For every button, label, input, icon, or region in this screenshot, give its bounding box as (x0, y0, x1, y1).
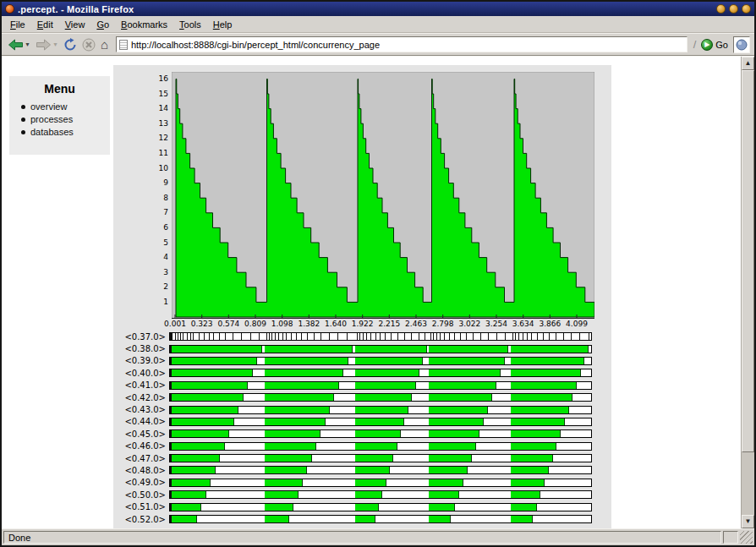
go-arrow-icon: ▶ (701, 39, 713, 51)
x-tick-label: 1.640 (325, 320, 347, 328)
status-separator (723, 531, 738, 544)
menu-help[interactable]: Help (207, 18, 238, 31)
forward-button[interactable]: ▼ (34, 37, 60, 52)
bullet-icon (21, 130, 25, 134)
y-tick-label: 12 (113, 134, 168, 142)
forward-dropdown-icon[interactable]: ▼ (52, 41, 58, 47)
menu-title: Menu (16, 82, 103, 96)
resize-grip[interactable] (740, 531, 753, 544)
process-activity-bar (169, 515, 592, 523)
x-tick-label: 2.463 (405, 320, 427, 328)
y-tick-label: 4 (113, 253, 168, 261)
title-bar[interactable]: .percept. - Mozilla Firefox (2, 2, 754, 16)
x-tick-label: 1.098 (271, 320, 293, 328)
x-tick-label: 2.215 (378, 320, 400, 328)
process-label: <0.48.0> (113, 466, 169, 475)
process-row: <0.47.0> (113, 452, 611, 464)
url-bar[interactable]: http://localhost:8888/cgi-bin/percept_ht… (116, 36, 688, 52)
y-tick-label: 15 (113, 90, 168, 98)
process-activity-bar (169, 406, 592, 414)
y-tick-label: 13 (113, 119, 168, 128)
throbber-icon (736, 39, 748, 51)
status-field: Done (3, 531, 721, 544)
menu-view[interactable]: View (59, 18, 91, 31)
process-activity-bar (169, 393, 592, 402)
y-tick-label: 7 (113, 208, 168, 216)
process-label: <0.49.0> (113, 478, 169, 487)
process-activity-bar (169, 357, 592, 365)
x-tick-label: 3.634 (512, 320, 534, 328)
stop-icon (82, 38, 96, 52)
process-activity-bar (169, 418, 592, 426)
process-row: <0.37.0> (113, 331, 611, 342)
process-activity-bar (169, 479, 592, 487)
back-button[interactable]: ▼ (6, 37, 32, 52)
page-content: Menu overviewprocessesdatabases 12345678… (2, 57, 741, 528)
process-row: <0.52.0> (113, 513, 611, 525)
y-tick-label: 9 (113, 178, 168, 187)
process-label: <0.46.0> (113, 441, 169, 451)
menu-edit[interactable]: Edit (31, 18, 59, 31)
back-dropdown-icon[interactable]: ▼ (25, 41, 30, 47)
status-bar: Done (2, 528, 754, 545)
process-label: <0.39.0> (113, 356, 169, 365)
window-minimize-button[interactable] (716, 4, 726, 14)
process-row: <0.42.0> (113, 391, 611, 403)
x-tick-label: 2.798 (432, 320, 454, 328)
process-row: <0.45.0> (113, 428, 611, 440)
scroll-down-button[interactable]: ▼ (742, 515, 754, 528)
menu-bookmarks[interactable]: Bookmarks (115, 18, 173, 31)
process-activity-bar (169, 503, 592, 511)
percept-menu-list: overviewprocessesdatabases (16, 101, 103, 137)
firefox-window: .percept. - Mozilla Firefox FileEditView… (0, 0, 756, 547)
urlbar-grip: / (693, 38, 697, 51)
navigation-toolbar: ▼ ▼ ⌂ http://localhost:8888/cgi-bin/perc… (2, 33, 754, 56)
menu-go[interactable]: Go (90, 18, 115, 31)
forward-arrow-icon (36, 39, 52, 51)
process-row: <0.48.0> (113, 464, 611, 476)
process-label: <0.52.0> (113, 515, 169, 524)
process-label: <0.50.0> (113, 490, 169, 500)
y-tick-label: 10 (113, 164, 168, 172)
stop-button[interactable] (80, 36, 97, 53)
window-close-button[interactable] (742, 4, 751, 14)
x-tick-label: 4.099 (566, 320, 588, 328)
x-tick-label: 0.809 (244, 320, 266, 328)
percept-menu-panel: Menu overviewprocessesdatabases (9, 76, 110, 155)
process-label: <0.37.0> (113, 332, 169, 342)
process-row: <0.44.0> (113, 416, 611, 428)
process-activity-bar (169, 466, 592, 474)
process-row: <0.51.0> (113, 501, 611, 512)
go-button[interactable]: ▶ Go (701, 39, 728, 51)
process-activity-bar (169, 429, 592, 438)
page-icon (119, 40, 128, 50)
sidebar-item-processes[interactable]: processes (21, 114, 103, 124)
reload-icon (63, 38, 77, 52)
scrollbar-thumb[interactable] (742, 70, 754, 452)
y-tick-label: 14 (113, 104, 168, 112)
process-row: <0.50.0> (113, 489, 611, 501)
process-label: <0.41.0> (113, 380, 169, 390)
x-tick-label: 1.922 (352, 320, 374, 328)
sidebar-item-overview[interactable]: overview (21, 101, 103, 112)
percept-graph-panel: 12345678910111213141516 0.0010.3230.5740… (113, 65, 611, 528)
menu-file[interactable]: File (4, 18, 31, 31)
process-label: <0.45.0> (113, 429, 169, 439)
scroll-up-button[interactable]: ▲ (742, 57, 754, 70)
firefox-app-icon (5, 4, 14, 14)
reload-button[interactable] (62, 36, 79, 53)
menu-tools[interactable]: Tools (173, 18, 207, 31)
y-tick-label: 16 (113, 74, 168, 83)
process-activity-bar (169, 369, 592, 377)
bullet-icon (21, 118, 25, 122)
sidebar-item-databases[interactable]: databases (21, 127, 103, 137)
x-tick-label: 3.254 (485, 320, 507, 328)
x-tick-label: 0.001 (164, 320, 186, 328)
menu-bar: FileEditViewGoBookmarksToolsHelp (2, 16, 754, 33)
home-button[interactable]: ⌂ (99, 36, 110, 52)
y-tick-label: 2 (113, 282, 168, 291)
window-maximize-button[interactable] (729, 4, 738, 14)
process-row: <0.41.0> (113, 380, 611, 391)
x-tick-label: 3.866 (539, 320, 561, 328)
scrollbar-track[interactable] (742, 70, 754, 515)
